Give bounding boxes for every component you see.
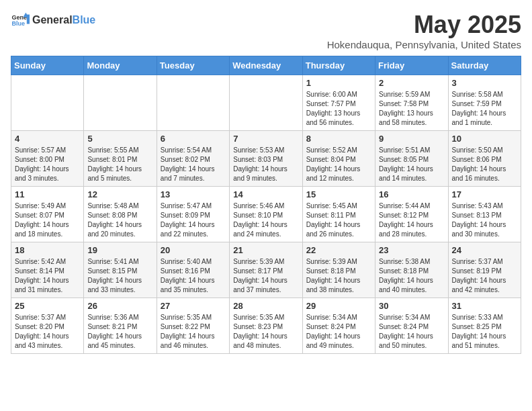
calendar-cell: 2Sunrise: 5:59 AMSunset: 7:58 PMDaylight… bbox=[375, 75, 448, 131]
calendar-cell: 31Sunrise: 5:33 AMSunset: 8:25 PMDayligh… bbox=[448, 298, 521, 354]
calendar-cell: 24Sunrise: 5:37 AMSunset: 8:19 PMDayligh… bbox=[448, 242, 521, 298]
day-info: Sunrise: 5:57 AMSunset: 8:00 PMDaylight:… bbox=[15, 146, 80, 183]
day-number: 7 bbox=[233, 134, 298, 144]
calendar-cell: 16Sunrise: 5:44 AMSunset: 8:12 PMDayligh… bbox=[375, 187, 448, 242]
day-number: 22 bbox=[306, 245, 371, 255]
day-number: 13 bbox=[161, 189, 226, 199]
day-number: 26 bbox=[87, 301, 152, 311]
day-info: Sunrise: 5:35 AMSunset: 8:23 PMDaylight:… bbox=[233, 313, 298, 351]
day-info: Sunrise: 5:45 AMSunset: 8:11 PMDaylight:… bbox=[306, 201, 371, 239]
day-info: Sunrise: 5:39 AMSunset: 8:17 PMDaylight:… bbox=[233, 257, 298, 295]
header-friday: Friday bbox=[375, 56, 448, 75]
week-row-1: 1Sunrise: 6:00 AMSunset: 7:57 PMDaylight… bbox=[11, 75, 521, 131]
day-number: 6 bbox=[161, 134, 226, 144]
calendar-cell: 23Sunrise: 5:38 AMSunset: 8:18 PMDayligh… bbox=[375, 242, 448, 298]
day-info: Sunrise: 5:36 AMSunset: 8:21 PMDaylight:… bbox=[87, 313, 152, 351]
logo-icon: General Blue bbox=[11, 11, 30, 30]
day-info: Sunrise: 5:47 AMSunset: 8:09 PMDaylight:… bbox=[161, 201, 226, 239]
day-info: Sunrise: 5:37 AMSunset: 8:19 PMDaylight:… bbox=[452, 257, 517, 295]
header-monday: Monday bbox=[84, 56, 157, 75]
day-number: 21 bbox=[233, 245, 298, 255]
day-number: 29 bbox=[306, 301, 371, 311]
calendar-cell bbox=[230, 75, 302, 131]
subtitle: Hokendauqua, Pennsylvania, United States bbox=[327, 39, 521, 50]
day-number: 18 bbox=[15, 245, 80, 255]
day-info: Sunrise: 5:34 AMSunset: 8:24 PMDaylight:… bbox=[379, 313, 444, 351]
header-wednesday: Wednesday bbox=[230, 56, 302, 75]
calendar-cell: 19Sunrise: 5:41 AMSunset: 8:15 PMDayligh… bbox=[84, 242, 157, 298]
day-number: 16 bbox=[379, 189, 444, 199]
day-number: 1 bbox=[306, 78, 371, 88]
calendar-cell: 8Sunrise: 5:52 AMSunset: 8:04 PMDaylight… bbox=[302, 131, 375, 187]
calendar-cell: 22Sunrise: 5:39 AMSunset: 8:18 PMDayligh… bbox=[302, 242, 375, 298]
day-number: 17 bbox=[452, 189, 517, 199]
calendar-cell: 26Sunrise: 5:36 AMSunset: 8:21 PMDayligh… bbox=[84, 298, 157, 354]
calendar-cell bbox=[11, 75, 84, 131]
day-info: Sunrise: 5:35 AMSunset: 8:22 PMDaylight:… bbox=[161, 313, 226, 351]
calendar-cell: 29Sunrise: 5:34 AMSunset: 8:24 PMDayligh… bbox=[302, 298, 375, 354]
week-row-2: 4Sunrise: 5:57 AMSunset: 8:00 PMDaylight… bbox=[11, 131, 521, 187]
day-info: Sunrise: 5:54 AMSunset: 8:02 PMDaylight:… bbox=[161, 146, 226, 183]
calendar-cell: 4Sunrise: 5:57 AMSunset: 8:00 PMDaylight… bbox=[11, 131, 84, 187]
calendar-cell: 17Sunrise: 5:43 AMSunset: 8:13 PMDayligh… bbox=[448, 187, 521, 242]
day-number: 12 bbox=[87, 189, 152, 199]
day-number: 27 bbox=[161, 301, 226, 311]
calendar-cell: 3Sunrise: 5:58 AMSunset: 7:59 PMDaylight… bbox=[448, 75, 521, 131]
calendar-cell: 25Sunrise: 5:37 AMSunset: 8:20 PMDayligh… bbox=[11, 298, 84, 354]
header: General Blue GeneralBlue May 2025 Hokend… bbox=[11, 11, 521, 50]
day-info: Sunrise: 5:59 AMSunset: 7:58 PMDaylight:… bbox=[379, 90, 444, 128]
day-info: Sunrise: 5:40 AMSunset: 8:16 PMDaylight:… bbox=[161, 257, 226, 295]
calendar-cell: 12Sunrise: 5:48 AMSunset: 8:08 PMDayligh… bbox=[84, 187, 157, 242]
header-thursday: Thursday bbox=[302, 56, 375, 75]
day-info: Sunrise: 5:37 AMSunset: 8:20 PMDaylight:… bbox=[15, 313, 80, 351]
day-info: Sunrise: 5:49 AMSunset: 8:07 PMDaylight:… bbox=[15, 201, 80, 239]
day-number: 11 bbox=[15, 189, 80, 199]
day-number: 3 bbox=[452, 78, 517, 88]
calendar-cell: 18Sunrise: 5:42 AMSunset: 8:14 PMDayligh… bbox=[11, 242, 84, 298]
day-number: 9 bbox=[379, 134, 444, 144]
day-number: 28 bbox=[233, 301, 298, 311]
header-sunday: Sunday bbox=[11, 56, 84, 75]
calendar-header-row: SundayMondayTuesdayWednesdayThursdayFrid… bbox=[11, 56, 521, 75]
day-number: 8 bbox=[306, 134, 371, 144]
day-number: 25 bbox=[15, 301, 80, 311]
calendar-cell: 10Sunrise: 5:50 AMSunset: 8:06 PMDayligh… bbox=[448, 131, 521, 187]
day-number: 2 bbox=[379, 78, 444, 88]
calendar-cell: 7Sunrise: 5:53 AMSunset: 8:03 PMDaylight… bbox=[230, 131, 302, 187]
day-info: Sunrise: 5:48 AMSunset: 8:08 PMDaylight:… bbox=[87, 201, 152, 239]
day-info: Sunrise: 5:55 AMSunset: 8:01 PMDaylight:… bbox=[87, 146, 152, 183]
day-info: Sunrise: 5:42 AMSunset: 8:14 PMDaylight:… bbox=[15, 257, 80, 295]
calendar-cell: 30Sunrise: 5:34 AMSunset: 8:24 PMDayligh… bbox=[375, 298, 448, 354]
calendar-cell: 15Sunrise: 5:45 AMSunset: 8:11 PMDayligh… bbox=[302, 187, 375, 242]
day-number: 14 bbox=[233, 189, 298, 199]
calendar-cell: 14Sunrise: 5:46 AMSunset: 8:10 PMDayligh… bbox=[230, 187, 302, 242]
week-row-4: 18Sunrise: 5:42 AMSunset: 8:14 PMDayligh… bbox=[11, 242, 521, 298]
day-info: Sunrise: 5:53 AMSunset: 8:03 PMDaylight:… bbox=[233, 146, 298, 183]
logo: General Blue GeneralBlue bbox=[11, 11, 95, 30]
calendar-cell: 9Sunrise: 5:51 AMSunset: 8:05 PMDaylight… bbox=[375, 131, 448, 187]
day-number: 20 bbox=[161, 245, 226, 255]
calendar-cell: 13Sunrise: 5:47 AMSunset: 8:09 PMDayligh… bbox=[157, 187, 229, 242]
calendar-cell: 20Sunrise: 5:40 AMSunset: 8:16 PMDayligh… bbox=[157, 242, 229, 298]
day-info: Sunrise: 5:34 AMSunset: 8:24 PMDaylight:… bbox=[306, 313, 371, 351]
day-number: 15 bbox=[306, 189, 371, 199]
day-info: Sunrise: 5:33 AMSunset: 8:25 PMDaylight:… bbox=[452, 313, 517, 351]
day-number: 4 bbox=[15, 134, 80, 144]
day-info: Sunrise: 5:58 AMSunset: 7:59 PMDaylight:… bbox=[452, 90, 517, 128]
day-number: 10 bbox=[452, 134, 517, 144]
day-info: Sunrise: 5:50 AMSunset: 8:06 PMDaylight:… bbox=[452, 146, 517, 183]
day-number: 30 bbox=[379, 301, 444, 311]
day-number: 24 bbox=[452, 245, 517, 255]
logo-general: GeneralBlue bbox=[32, 14, 95, 26]
calendar-cell: 21Sunrise: 5:39 AMSunset: 8:17 PMDayligh… bbox=[230, 242, 302, 298]
day-number: 31 bbox=[452, 301, 517, 311]
calendar-cell: 27Sunrise: 5:35 AMSunset: 8:22 PMDayligh… bbox=[157, 298, 229, 354]
day-number: 23 bbox=[379, 245, 444, 255]
day-info: Sunrise: 5:43 AMSunset: 8:13 PMDaylight:… bbox=[452, 201, 517, 239]
calendar-cell bbox=[84, 75, 157, 131]
calendar: SundayMondayTuesdayWednesdayThursdayFrid… bbox=[11, 56, 521, 354]
main-title: May 2025 bbox=[327, 11, 521, 39]
day-number: 5 bbox=[87, 134, 152, 144]
calendar-cell: 5Sunrise: 5:55 AMSunset: 8:01 PMDaylight… bbox=[84, 131, 157, 187]
day-number: 19 bbox=[87, 245, 152, 255]
